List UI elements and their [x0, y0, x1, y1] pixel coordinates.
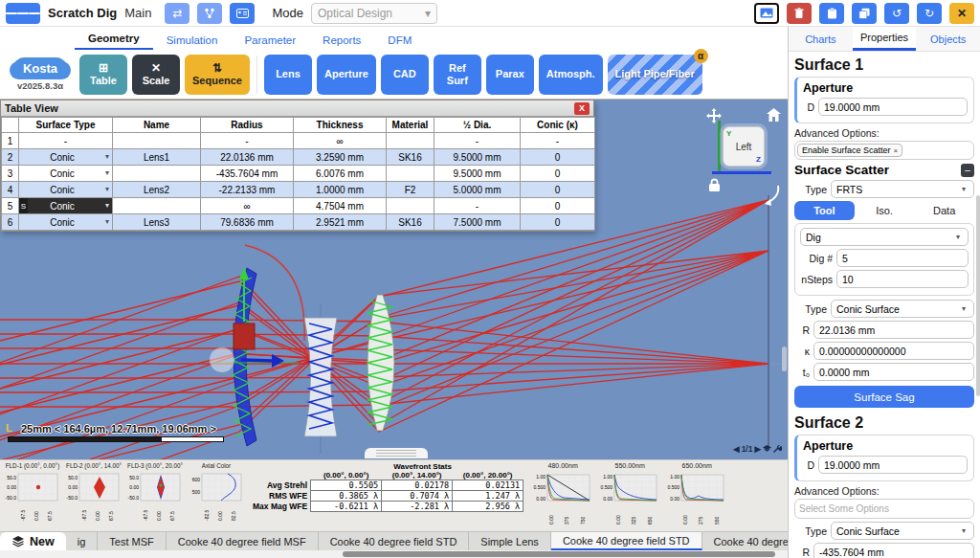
table-row[interactable]: 4 Conic▾ Lens2-22.2133 mm 1.0000 mmF2 5.…	[2, 182, 595, 198]
loop-icon[interactable]: ⇄	[165, 3, 189, 24]
table-row[interactable]: 2 Conic▾ Lens122.0136 mm 3.2590 mmSK16 9…	[2, 149, 595, 166]
col-half-dia: ½ Dia.	[434, 118, 521, 133]
spot-chart-fld3[interactable]: FLD-3 (0.00°, 20.00° 50.0 0.00 -50.0 -67…	[126, 462, 184, 526]
project-tab[interactable]: Test MSF	[98, 532, 166, 550]
tab-charts[interactable]: Charts	[789, 27, 853, 51]
aperture-button[interactable]: Aperture	[317, 55, 376, 95]
undo-icon[interactable]: ↺	[884, 3, 909, 24]
tab-parameter[interactable]: Parameter	[231, 31, 309, 50]
aperture-d-input[interactable]: 19.0000 mm	[818, 456, 968, 474]
hamburger-menu-icon[interactable]	[6, 3, 40, 24]
redo-icon[interactable]: ↻	[917, 3, 942, 24]
mode-select[interactable]: Optical Design ▾	[311, 3, 437, 24]
table-row-stop-surface[interactable]: 5 S Conic▾ ∞ 4.7504 mm -0	[2, 198, 595, 214]
table-view-titlebar[interactable]: Table View X	[1, 100, 593, 117]
top-bar: Scratch Dig Main ⇄ Mode Optical Design ▾…	[0, 0, 980, 27]
surface1-heading: Surface 1	[794, 56, 974, 74]
tool-select[interactable]: Dig ▾	[800, 228, 969, 246]
radius-input[interactable]: 22.0136 mm	[813, 321, 974, 339]
stats-row: RMS WFE 0.3865 λ 0.7074 λ 1.247 λ	[253, 491, 523, 502]
card-icon[interactable]	[230, 3, 255, 24]
svg-text:325: 325	[631, 516, 636, 525]
lens-button[interactable]: Lens	[264, 55, 312, 95]
rotate-arrow-icon[interactable]	[761, 184, 782, 211]
tab-objects[interactable]: Objects	[916, 27, 980, 51]
surface-sag-button[interactable]: Surface Sag	[794, 386, 974, 408]
table-row[interactable]: 6 Conic▾ Lens379.6836 mm 2.9521 mmSK16 7…	[2, 214, 595, 231]
scatter-type-select[interactable]: FRTS ▾	[831, 180, 974, 198]
panel-drag-handle[interactable]	[365, 448, 428, 458]
surface-type-select[interactable]: Conic Surface ▾	[831, 522, 974, 540]
wrench-mini-icon[interactable]	[773, 445, 782, 454]
layers-mini-icon[interactable]	[763, 445, 771, 454]
table-row[interactable]: 1- - ∞ --	[2, 133, 595, 149]
conic-input[interactable]: 0.00000000000000	[813, 342, 974, 360]
cad-button[interactable]: CAD	[381, 55, 429, 95]
project-tab[interactable]: Cooke 40 degree field STD	[319, 532, 470, 550]
mtf-chart-480nm[interactable]: 480.00nm 1.00 0.500 0.00 0.00 375 750	[531, 462, 594, 528]
light-pipe-fiber-button[interactable]: Light Pipe/Fiber α	[608, 55, 702, 95]
svg-text:0.00: 0.00	[536, 496, 546, 502]
table-button[interactable]: ⊞ Table	[79, 55, 127, 95]
tab-simulation[interactable]: Simulation	[153, 31, 232, 50]
project-tab[interactable]: Cooke 40 degree field STD	[702, 532, 788, 550]
chevron-down-icon: ▾	[105, 152, 109, 161]
project-tab[interactable]: Cooke 40 degree field MSF	[167, 532, 319, 550]
delete-icon[interactable]	[787, 3, 812, 24]
surface-type-select[interactable]: Conic Surface ▾	[831, 300, 974, 318]
spot-chart-fld1[interactable]: FLD-1 (0.00°, 0.00°) 50.0 0.00 -50.0 -67…	[4, 462, 61, 526]
viewport-vertical-scrollbar[interactable]	[782, 346, 787, 371]
home-icon[interactable]	[766, 107, 782, 123]
advanced-options-label: Advanced Options:	[794, 485, 974, 497]
tab-iso[interactable]: Iso.	[855, 201, 915, 220]
project-tab-active[interactable]: Cooke 40 degree field STD	[551, 532, 702, 550]
horizontal-scrollbar-track[interactable]	[0, 550, 788, 558]
t0-input[interactable]: 0.0000 mm	[813, 363, 974, 381]
radius-input[interactable]: -435.7604 mm	[813, 543, 974, 558]
paste-icon[interactable]	[819, 3, 844, 24]
ref-surf-button[interactable]: Ref Surf	[434, 55, 481, 95]
advanced-options-input[interactable]: Enable Surface Scatter ×	[794, 141, 974, 160]
tab-properties[interactable]: Properties	[853, 27, 917, 51]
scale-button[interactable]: ✕ Scale	[132, 55, 180, 95]
table-view-window: Table View X Surface Type Name Radius Th…	[0, 100, 594, 232]
tab-geometry[interactable]: Geometry	[75, 29, 153, 50]
mtf-chart-550nm[interactable]: 550.00nm 1.00 0.500 0.00 0.00 325 650	[598, 462, 661, 528]
atmosph-button[interactable]: Atmosph.	[539, 55, 603, 95]
mtf-chart-650nm[interactable]: 650.00nm 1.00 0.500 0.00 0.00 275 550	[665, 462, 728, 528]
lock-icon[interactable]	[708, 178, 721, 192]
parax-button[interactable]: Parax	[486, 55, 534, 95]
dig-number-input[interactable]: 5	[836, 249, 969, 267]
view-cube[interactable]: Y Left Z	[723, 126, 765, 167]
tab-reports[interactable]: Reports	[309, 31, 374, 50]
next-page-icon[interactable]: ▶	[754, 444, 761, 454]
viewport-pager[interactable]: ◀ 1/1 ▶	[733, 444, 782, 454]
toolbar-divider	[256, 56, 257, 94]
nav-main[interactable]: Main	[124, 6, 151, 20]
copy-icon[interactable]	[852, 3, 877, 24]
collapse-button[interactable]: –	[961, 164, 974, 177]
nsteps-input[interactable]: 10	[836, 270, 969, 288]
panel-vertical-scrollbar[interactable]	[976, 195, 980, 396]
snapshot-icon[interactable]	[754, 3, 779, 24]
tab-dfm[interactable]: DFM	[374, 31, 425, 50]
tab-tool[interactable]: Tool	[794, 201, 855, 220]
tab-data[interactable]: Data	[914, 201, 974, 220]
chip-close-icon[interactable]: ×	[894, 146, 899, 155]
expand-icon[interactable]: ✕	[949, 3, 974, 24]
horizontal-scrollbar-thumb[interactable]	[343, 551, 775, 557]
project-tab[interactable]: ig	[66, 532, 99, 550]
axial-color-chart[interactable]: Axial Color 600 500 -82.5 0.00 82.5	[188, 462, 245, 526]
table-row[interactable]: 3 Conic▾ -435.7604 mm 6.0076 mm 9.5000 m…	[2, 166, 595, 182]
close-icon[interactable]: X	[574, 102, 590, 115]
branch-icon[interactable]	[197, 3, 222, 24]
new-project-button[interactable]: New	[0, 532, 66, 550]
spot-chart-fld2[interactable]: FLD-2 (0.00°, 14.00° 50.0 0.00 -50.0 -67…	[65, 462, 122, 526]
prev-page-icon[interactable]: ◀	[733, 444, 740, 454]
sequence-button[interactable]: ⇅ Sequence	[185, 55, 250, 95]
advanced-options-input[interactable]: Select Some Options	[794, 499, 974, 519]
3d-viewport[interactable]: Table View X Surface Type Name Radius Th…	[0, 100, 788, 459]
aperture-d-input[interactable]: 19.0000 mm	[818, 98, 968, 116]
project-tab[interactable]: Simple Lens	[469, 532, 551, 550]
scatter-chip[interactable]: Enable Surface Scatter ×	[797, 144, 902, 157]
